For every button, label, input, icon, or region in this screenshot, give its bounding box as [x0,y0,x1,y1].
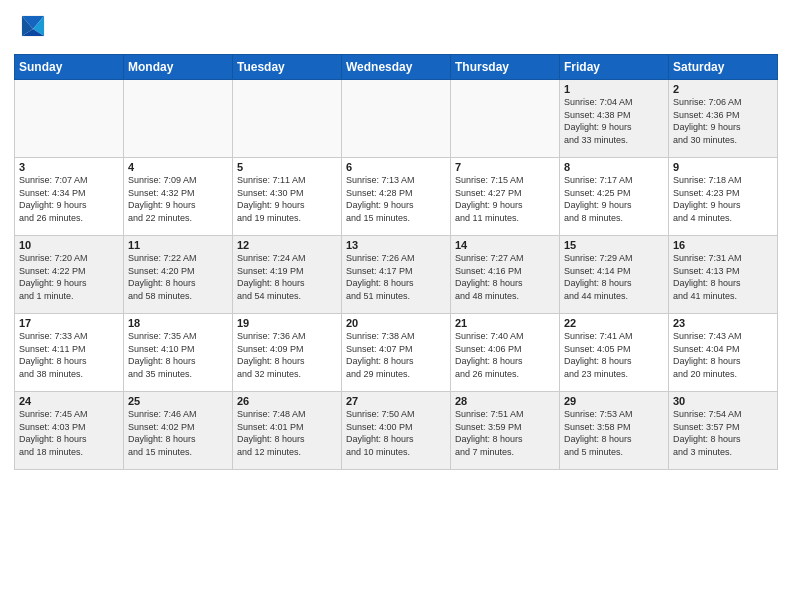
day-info: Sunrise: 7:22 AM Sunset: 4:20 PM Dayligh… [128,252,228,302]
day-info: Sunrise: 7:15 AM Sunset: 4:27 PM Dayligh… [455,174,555,224]
weekday-header-thursday: Thursday [451,55,560,80]
day-number: 21 [455,317,555,329]
day-number: 19 [237,317,337,329]
day-number: 24 [19,395,119,407]
calendar-cell [233,80,342,158]
day-info: Sunrise: 7:17 AM Sunset: 4:25 PM Dayligh… [564,174,664,224]
weekday-header-tuesday: Tuesday [233,55,342,80]
day-info: Sunrise: 7:41 AM Sunset: 4:05 PM Dayligh… [564,330,664,380]
day-number: 29 [564,395,664,407]
day-info: Sunrise: 7:33 AM Sunset: 4:11 PM Dayligh… [19,330,119,380]
day-info: Sunrise: 7:50 AM Sunset: 4:00 PM Dayligh… [346,408,446,458]
day-number: 9 [673,161,773,173]
calendar-cell [124,80,233,158]
day-info: Sunrise: 7:04 AM Sunset: 4:38 PM Dayligh… [564,96,664,146]
day-number: 12 [237,239,337,251]
day-number: 16 [673,239,773,251]
day-info: Sunrise: 7:13 AM Sunset: 4:28 PM Dayligh… [346,174,446,224]
day-info: Sunrise: 7:43 AM Sunset: 4:04 PM Dayligh… [673,330,773,380]
calendar-cell: 21Sunrise: 7:40 AM Sunset: 4:06 PM Dayli… [451,314,560,392]
weekday-header-saturday: Saturday [669,55,778,80]
logo-icon [14,10,52,48]
day-number: 15 [564,239,664,251]
day-info: Sunrise: 7:54 AM Sunset: 3:57 PM Dayligh… [673,408,773,458]
day-number: 22 [564,317,664,329]
calendar-cell: 28Sunrise: 7:51 AM Sunset: 3:59 PM Dayli… [451,392,560,470]
calendar-cell [15,80,124,158]
calendar-cell: 5Sunrise: 7:11 AM Sunset: 4:30 PM Daylig… [233,158,342,236]
day-info: Sunrise: 7:18 AM Sunset: 4:23 PM Dayligh… [673,174,773,224]
day-info: Sunrise: 7:48 AM Sunset: 4:01 PM Dayligh… [237,408,337,458]
calendar-week-4: 17Sunrise: 7:33 AM Sunset: 4:11 PM Dayli… [15,314,778,392]
day-info: Sunrise: 7:40 AM Sunset: 4:06 PM Dayligh… [455,330,555,380]
day-number: 18 [128,317,228,329]
calendar-cell: 10Sunrise: 7:20 AM Sunset: 4:22 PM Dayli… [15,236,124,314]
day-number: 4 [128,161,228,173]
calendar-week-2: 3Sunrise: 7:07 AM Sunset: 4:34 PM Daylig… [15,158,778,236]
calendar-cell: 13Sunrise: 7:26 AM Sunset: 4:17 PM Dayli… [342,236,451,314]
weekday-header-row: SundayMondayTuesdayWednesdayThursdayFrid… [15,55,778,80]
day-number: 11 [128,239,228,251]
calendar-cell: 24Sunrise: 7:45 AM Sunset: 4:03 PM Dayli… [15,392,124,470]
calendar-cell: 4Sunrise: 7:09 AM Sunset: 4:32 PM Daylig… [124,158,233,236]
day-number: 5 [237,161,337,173]
logo [14,10,56,48]
day-info: Sunrise: 7:29 AM Sunset: 4:14 PM Dayligh… [564,252,664,302]
calendar-cell: 14Sunrise: 7:27 AM Sunset: 4:16 PM Dayli… [451,236,560,314]
day-number: 17 [19,317,119,329]
day-info: Sunrise: 7:06 AM Sunset: 4:36 PM Dayligh… [673,96,773,146]
day-info: Sunrise: 7:11 AM Sunset: 4:30 PM Dayligh… [237,174,337,224]
day-info: Sunrise: 7:36 AM Sunset: 4:09 PM Dayligh… [237,330,337,380]
calendar-cell: 15Sunrise: 7:29 AM Sunset: 4:14 PM Dayli… [560,236,669,314]
calendar-week-3: 10Sunrise: 7:20 AM Sunset: 4:22 PM Dayli… [15,236,778,314]
day-info: Sunrise: 7:27 AM Sunset: 4:16 PM Dayligh… [455,252,555,302]
calendar-cell: 7Sunrise: 7:15 AM Sunset: 4:27 PM Daylig… [451,158,560,236]
day-info: Sunrise: 7:31 AM Sunset: 4:13 PM Dayligh… [673,252,773,302]
day-number: 10 [19,239,119,251]
day-number: 14 [455,239,555,251]
day-number: 7 [455,161,555,173]
day-number: 6 [346,161,446,173]
day-info: Sunrise: 7:09 AM Sunset: 4:32 PM Dayligh… [128,174,228,224]
calendar-cell: 22Sunrise: 7:41 AM Sunset: 4:05 PM Dayli… [560,314,669,392]
day-info: Sunrise: 7:24 AM Sunset: 4:19 PM Dayligh… [237,252,337,302]
day-info: Sunrise: 7:38 AM Sunset: 4:07 PM Dayligh… [346,330,446,380]
weekday-header-friday: Friday [560,55,669,80]
calendar-cell: 27Sunrise: 7:50 AM Sunset: 4:00 PM Dayli… [342,392,451,470]
day-info: Sunrise: 7:07 AM Sunset: 4:34 PM Dayligh… [19,174,119,224]
header [14,10,778,48]
calendar-cell: 17Sunrise: 7:33 AM Sunset: 4:11 PM Dayli… [15,314,124,392]
calendar-cell: 20Sunrise: 7:38 AM Sunset: 4:07 PM Dayli… [342,314,451,392]
calendar-table: SundayMondayTuesdayWednesdayThursdayFrid… [14,54,778,470]
weekday-header-wednesday: Wednesday [342,55,451,80]
day-number: 3 [19,161,119,173]
calendar-cell: 6Sunrise: 7:13 AM Sunset: 4:28 PM Daylig… [342,158,451,236]
calendar-cell: 18Sunrise: 7:35 AM Sunset: 4:10 PM Dayli… [124,314,233,392]
calendar-week-1: 1Sunrise: 7:04 AM Sunset: 4:38 PM Daylig… [15,80,778,158]
calendar-cell: 8Sunrise: 7:17 AM Sunset: 4:25 PM Daylig… [560,158,669,236]
day-number: 28 [455,395,555,407]
calendar-cell: 16Sunrise: 7:31 AM Sunset: 4:13 PM Dayli… [669,236,778,314]
calendar-cell [451,80,560,158]
calendar-cell: 26Sunrise: 7:48 AM Sunset: 4:01 PM Dayli… [233,392,342,470]
calendar-cell: 23Sunrise: 7:43 AM Sunset: 4:04 PM Dayli… [669,314,778,392]
day-info: Sunrise: 7:35 AM Sunset: 4:10 PM Dayligh… [128,330,228,380]
day-info: Sunrise: 7:51 AM Sunset: 3:59 PM Dayligh… [455,408,555,458]
calendar-cell: 1Sunrise: 7:04 AM Sunset: 4:38 PM Daylig… [560,80,669,158]
day-info: Sunrise: 7:53 AM Sunset: 3:58 PM Dayligh… [564,408,664,458]
calendar-week-5: 24Sunrise: 7:45 AM Sunset: 4:03 PM Dayli… [15,392,778,470]
calendar-cell: 2Sunrise: 7:06 AM Sunset: 4:36 PM Daylig… [669,80,778,158]
day-number: 20 [346,317,446,329]
weekday-header-sunday: Sunday [15,55,124,80]
calendar-cell: 9Sunrise: 7:18 AM Sunset: 4:23 PM Daylig… [669,158,778,236]
calendar-cell: 30Sunrise: 7:54 AM Sunset: 3:57 PM Dayli… [669,392,778,470]
day-info: Sunrise: 7:20 AM Sunset: 4:22 PM Dayligh… [19,252,119,302]
day-number: 30 [673,395,773,407]
calendar-cell: 3Sunrise: 7:07 AM Sunset: 4:34 PM Daylig… [15,158,124,236]
calendar-cell: 29Sunrise: 7:53 AM Sunset: 3:58 PM Dayli… [560,392,669,470]
calendar-cell: 25Sunrise: 7:46 AM Sunset: 4:02 PM Dayli… [124,392,233,470]
calendar-cell: 12Sunrise: 7:24 AM Sunset: 4:19 PM Dayli… [233,236,342,314]
day-number: 2 [673,83,773,95]
day-number: 25 [128,395,228,407]
day-number: 27 [346,395,446,407]
